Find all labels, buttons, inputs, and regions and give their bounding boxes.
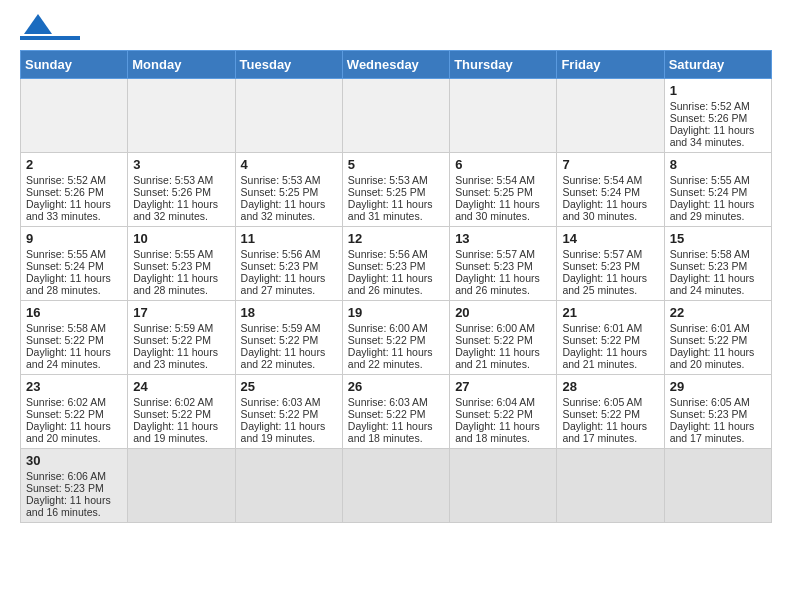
calendar-cell [664,449,771,523]
calendar-cell: 6Sunrise: 5:54 AMSunset: 5:25 PMDaylight… [450,153,557,227]
daylight-text: Daylight: 11 hours and 19 minutes. [241,420,337,444]
sunrise-text: Sunrise: 6:02 AM [133,396,229,408]
daylight-text: Daylight: 11 hours and 16 minutes. [26,494,122,518]
sunrise-text: Sunrise: 5:53 AM [133,174,229,186]
daylight-text: Daylight: 11 hours and 30 minutes. [562,198,658,222]
sunset-text: Sunset: 5:23 PM [562,260,658,272]
sunrise-text: Sunrise: 5:56 AM [241,248,337,260]
day-number: 25 [241,379,337,394]
week-row-5: 30Sunrise: 6:06 AMSunset: 5:23 PMDayligh… [21,449,772,523]
day-number: 17 [133,305,229,320]
daylight-text: Daylight: 11 hours and 22 minutes. [241,346,337,370]
sunrise-text: Sunrise: 5:53 AM [241,174,337,186]
sunset-text: Sunset: 5:23 PM [133,260,229,272]
sunset-text: Sunset: 5:23 PM [670,260,766,272]
calendar-cell: 18Sunrise: 5:59 AMSunset: 5:22 PMDayligh… [235,301,342,375]
calendar-cell: 3Sunrise: 5:53 AMSunset: 5:26 PMDaylight… [128,153,235,227]
header-day-sunday: Sunday [21,51,128,79]
calendar-cell [128,449,235,523]
week-row-0: 1Sunrise: 5:52 AMSunset: 5:26 PMDaylight… [21,79,772,153]
sunset-text: Sunset: 5:23 PM [241,260,337,272]
sunrise-text: Sunrise: 6:03 AM [241,396,337,408]
daylight-text: Daylight: 11 hours and 21 minutes. [562,346,658,370]
sunrise-text: Sunrise: 5:57 AM [562,248,658,260]
sunset-text: Sunset: 5:22 PM [348,408,444,420]
daylight-text: Daylight: 11 hours and 24 minutes. [26,346,122,370]
day-number: 11 [241,231,337,246]
day-number: 10 [133,231,229,246]
calendar-cell: 26Sunrise: 6:03 AMSunset: 5:22 PMDayligh… [342,375,449,449]
day-number: 6 [455,157,551,172]
day-number: 16 [26,305,122,320]
daylight-text: Daylight: 11 hours and 18 minutes. [348,420,444,444]
sunset-text: Sunset: 5:24 PM [670,186,766,198]
sunrise-text: Sunrise: 5:52 AM [670,100,766,112]
sunrise-text: Sunrise: 6:03 AM [348,396,444,408]
calendar-table: SundayMondayTuesdayWednesdayThursdayFrid… [20,50,772,523]
daylight-text: Daylight: 11 hours and 26 minutes. [348,272,444,296]
calendar-cell [235,449,342,523]
sunset-text: Sunset: 5:23 PM [26,482,122,494]
calendar-cell: 2Sunrise: 5:52 AMSunset: 5:26 PMDaylight… [21,153,128,227]
daylight-text: Daylight: 11 hours and 25 minutes. [562,272,658,296]
daylight-text: Daylight: 11 hours and 31 minutes. [348,198,444,222]
calendar-cell [557,449,664,523]
sunset-text: Sunset: 5:25 PM [241,186,337,198]
calendar-cell: 30Sunrise: 6:06 AMSunset: 5:23 PMDayligh… [21,449,128,523]
daylight-text: Daylight: 11 hours and 19 minutes. [133,420,229,444]
daylight-text: Daylight: 11 hours and 29 minutes. [670,198,766,222]
sunset-text: Sunset: 5:22 PM [133,408,229,420]
sunrise-text: Sunrise: 5:56 AM [348,248,444,260]
header-day-saturday: Saturday [664,51,771,79]
sunset-text: Sunset: 5:22 PM [26,334,122,346]
sunset-text: Sunset: 5:26 PM [670,112,766,124]
day-number: 26 [348,379,444,394]
calendar-cell [235,79,342,153]
sunset-text: Sunset: 5:22 PM [455,408,551,420]
sunrise-text: Sunrise: 6:01 AM [562,322,658,334]
calendar-body: 1Sunrise: 5:52 AMSunset: 5:26 PMDaylight… [21,79,772,523]
sunset-text: Sunset: 5:22 PM [241,408,337,420]
header-day-monday: Monday [128,51,235,79]
day-number: 19 [348,305,444,320]
day-number: 28 [562,379,658,394]
header-day-tuesday: Tuesday [235,51,342,79]
day-number: 9 [26,231,122,246]
calendar-header: SundayMondayTuesdayWednesdayThursdayFrid… [21,51,772,79]
day-number: 13 [455,231,551,246]
sunrise-text: Sunrise: 6:00 AM [455,322,551,334]
logo [20,16,80,40]
daylight-text: Daylight: 11 hours and 28 minutes. [26,272,122,296]
day-number: 21 [562,305,658,320]
calendar-cell: 15Sunrise: 5:58 AMSunset: 5:23 PMDayligh… [664,227,771,301]
calendar-cell [450,79,557,153]
day-number: 8 [670,157,766,172]
sunset-text: Sunset: 5:22 PM [670,334,766,346]
day-number: 15 [670,231,766,246]
calendar-cell: 13Sunrise: 5:57 AMSunset: 5:23 PMDayligh… [450,227,557,301]
calendar-cell [21,79,128,153]
sunset-text: Sunset: 5:22 PM [455,334,551,346]
day-number: 14 [562,231,658,246]
sunset-text: Sunset: 5:22 PM [241,334,337,346]
day-number: 2 [26,157,122,172]
sunrise-text: Sunrise: 6:04 AM [455,396,551,408]
sunrise-text: Sunrise: 5:59 AM [241,322,337,334]
daylight-text: Daylight: 11 hours and 20 minutes. [26,420,122,444]
day-number: 23 [26,379,122,394]
calendar-cell [128,79,235,153]
sunset-text: Sunset: 5:24 PM [26,260,122,272]
calendar-cell: 19Sunrise: 6:00 AMSunset: 5:22 PMDayligh… [342,301,449,375]
calendar-cell: 9Sunrise: 5:55 AMSunset: 5:24 PMDaylight… [21,227,128,301]
calendar-cell [342,449,449,523]
day-number: 4 [241,157,337,172]
sunrise-text: Sunrise: 6:05 AM [562,396,658,408]
calendar-cell: 5Sunrise: 5:53 AMSunset: 5:25 PMDaylight… [342,153,449,227]
calendar-cell: 7Sunrise: 5:54 AMSunset: 5:24 PMDaylight… [557,153,664,227]
header-row: SundayMondayTuesdayWednesdayThursdayFrid… [21,51,772,79]
sunset-text: Sunset: 5:23 PM [455,260,551,272]
sunrise-text: Sunrise: 6:02 AM [26,396,122,408]
calendar-cell: 21Sunrise: 6:01 AMSunset: 5:22 PMDayligh… [557,301,664,375]
calendar-cell [557,79,664,153]
day-number: 18 [241,305,337,320]
